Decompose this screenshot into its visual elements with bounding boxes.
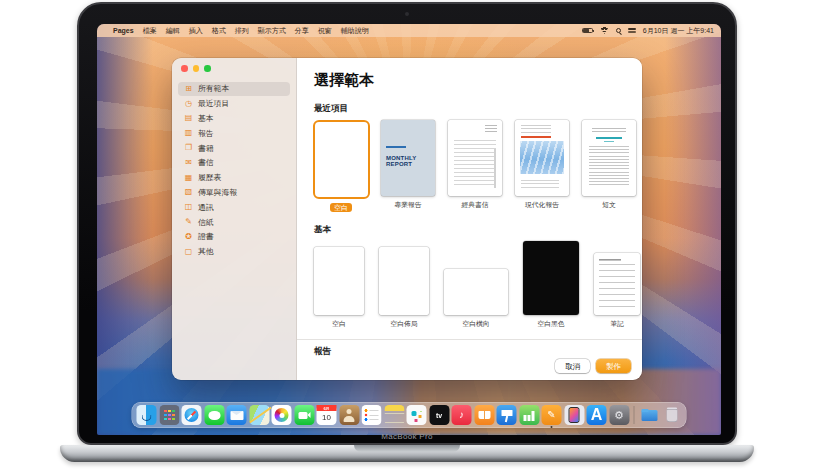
template-thumbnail: MONTHLY REPORT [381, 120, 435, 196]
template-professional-report[interactable]: MONTHLY REPORT專業報告 [381, 120, 435, 210]
dock-pages-icon[interactable]: ✎ [542, 405, 562, 425]
sidebar-item-certificates[interactable]: ✪證書 [178, 229, 290, 244]
certificates-icon: ✪ [184, 233, 193, 241]
sidebar-item-label: 其他 [198, 246, 214, 257]
thumbnail-art [521, 180, 559, 190]
template-name: 空白 [330, 203, 352, 213]
dock-freeform-icon[interactable] [407, 405, 427, 425]
sidebar-item-reports[interactable]: ▥報告 [178, 126, 290, 141]
template-essay[interactable]: 短文 [582, 120, 636, 210]
dock-photos-icon[interactable] [272, 405, 292, 425]
calendar-glyph: 10 [322, 411, 331, 425]
menu-bar-clock[interactable]: 6月10日 週一 上午9:41 [643, 26, 714, 36]
template-note-taking[interactable]: 筆記 [594, 241, 640, 329]
menu-bar: Pages檔案編輯插入格式排列顯示方式分享視窗輔助說明 6月10日 週一 上午9… [97, 24, 721, 37]
menu-item-6[interactable]: 顯示方式 [258, 26, 286, 36]
sidebar-item-misc[interactable]: ▢其他 [178, 244, 290, 259]
dock-appstore-icon[interactable]: A [587, 405, 607, 425]
dock-trash-icon[interactable] [662, 405, 682, 425]
template-blank-black[interactable]: 空白黑色 [523, 241, 579, 329]
dock-facetime-icon[interactable] [294, 405, 314, 425]
thumbnail-art [520, 141, 564, 174]
dock-numbers-icon[interactable] [519, 405, 539, 425]
dock-books-icon[interactable] [474, 405, 494, 425]
template-thumb-wrap [523, 241, 579, 315]
template-name: 空白佈局 [390, 319, 417, 329]
sidebar-item-resumes[interactable]: ▦履歷表 [178, 170, 290, 185]
device-label: MacBook Pro [79, 432, 735, 441]
dock-launchpad-icon[interactable] [159, 405, 179, 425]
flyers-posters-icon: ▧ [184, 188, 193, 196]
menu-item-7[interactable]: 分享 [295, 26, 309, 36]
dock-music-icon[interactable]: ♪ [452, 405, 472, 425]
dock-tv-icon[interactable]: tv [429, 405, 449, 425]
wifi-icon[interactable] [600, 27, 609, 34]
dock-downloads-icon[interactable] [639, 405, 659, 425]
music-glyph: ♪ [459, 410, 464, 420]
dock-settings-icon[interactable]: ⚙ [609, 405, 629, 425]
sidebar-item-label: 信紙 [198, 217, 214, 228]
dock-keynote-icon[interactable] [497, 405, 517, 425]
sidebar-item-label: 最近項目 [198, 98, 229, 109]
menu-item-8[interactable]: 視窗 [318, 26, 332, 36]
thumbnail-text: MONTHLY REPORT [386, 146, 430, 168]
template-blank[interactable]: 空白 [314, 241, 364, 329]
menu-item-3[interactable]: 插入 [189, 26, 203, 36]
dock-finder-icon[interactable] [137, 405, 157, 425]
template-name: 空白 [332, 319, 346, 329]
control-center-icon[interactable] [628, 27, 636, 34]
sidebar-item-all-templates[interactable]: ⊞所有範本 [178, 82, 290, 97]
close-button[interactable] [181, 65, 188, 72]
menu-item-2[interactable]: 編輯 [166, 26, 180, 36]
dock-maps-icon[interactable] [249, 405, 269, 425]
create-button[interactable]: 製作 [596, 359, 631, 373]
sidebar-item-basic[interactable]: ▤基本 [178, 111, 290, 126]
template-name: 空白黑色 [537, 319, 564, 329]
sidebar-item-newsletters[interactable]: ◫通訊 [178, 200, 290, 215]
search-icon[interactable] [616, 28, 621, 33]
template-name: 筆記 [610, 319, 624, 329]
dock-calendar-icon[interactable]: 6月10 [317, 405, 337, 425]
dock-notes-icon[interactable] [384, 405, 404, 425]
menu-item-5[interactable]: 排列 [235, 26, 249, 36]
minimize-button[interactable] [193, 65, 200, 72]
dock-mail-icon[interactable] [227, 405, 247, 425]
template-thumbnail [515, 120, 569, 196]
zoom-button[interactable] [204, 65, 211, 72]
menu-item-9[interactable]: 輔助說明 [341, 26, 369, 36]
sidebar-item-label: 基本 [198, 113, 214, 124]
sidebar-item-recents[interactable]: ◷最近項目 [178, 96, 290, 111]
dock-reminders-icon[interactable] [362, 405, 382, 425]
sidebar-item-books[interactable]: ❐書籍 [178, 141, 290, 156]
newsletters-icon: ◫ [184, 203, 193, 211]
all-templates-icon: ⊞ [184, 85, 193, 93]
thumbnail-art [589, 146, 629, 188]
template-name: 空白橫向 [462, 319, 489, 329]
sidebar-item-label: 報告 [198, 128, 214, 139]
battery-icon[interactable] [582, 28, 593, 34]
sidebar-item-label: 履歷表 [198, 172, 221, 183]
template-blank-landscape[interactable]: 空白橫向 [444, 241, 508, 329]
dock-iphone-icon[interactable] [564, 405, 584, 425]
cancel-button[interactable]: 取消 [555, 359, 590, 373]
sidebar-item-label: 書籍 [198, 143, 214, 154]
basic-icon: ▤ [184, 114, 193, 122]
template-gallery: 選擇範本 最近項目 空白MONTHLY REPORT專業報告經典書信現代化報告短… [297, 58, 642, 380]
sidebar-item-stationery[interactable]: ✎信紙 [178, 215, 290, 230]
dock-contacts-icon[interactable] [339, 405, 359, 425]
template-blank-layout[interactable]: 空白佈局 [379, 241, 429, 329]
template-modern-report[interactable]: 現代化報告 [515, 120, 569, 210]
template-blank-selected[interactable]: 空白 [314, 120, 368, 213]
menu-item-app[interactable]: Pages [113, 27, 134, 34]
thumbnail-art [596, 137, 622, 139]
window-controls [172, 65, 296, 72]
dock-safari-icon[interactable] [182, 405, 202, 425]
dialog-footer: 取消 製作 [555, 359, 631, 373]
menu-item-4[interactable]: 格式 [212, 26, 226, 36]
laptop-base [60, 445, 754, 462]
dock-messages-icon[interactable] [204, 405, 224, 425]
sidebar-item-letters[interactable]: ✉書信 [178, 155, 290, 170]
menu-item-1[interactable]: 檔案 [143, 26, 157, 36]
sidebar-item-flyers-posters[interactable]: ▧傳單與海報 [178, 185, 290, 200]
template-classic-letter[interactable]: 經典書信 [448, 120, 502, 210]
